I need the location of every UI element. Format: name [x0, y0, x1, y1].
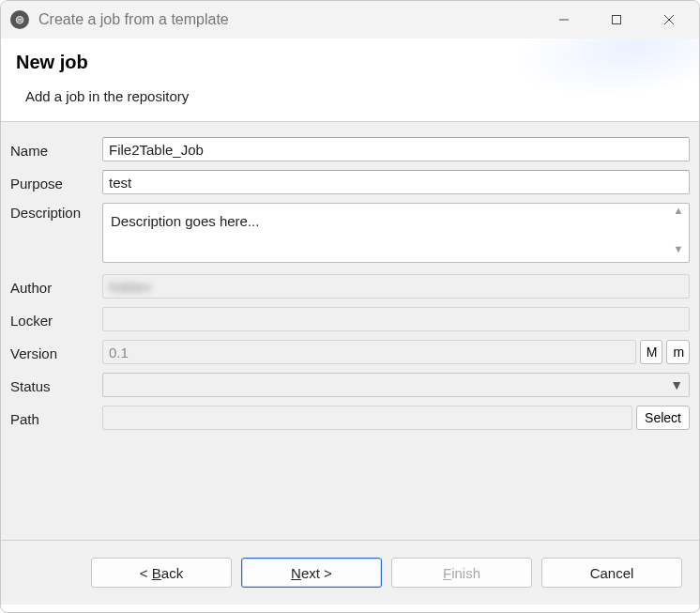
svg-rect-1 — [613, 16, 621, 24]
version-major-button[interactable]: M — [640, 340, 663, 364]
page-subtitle: Add a job in the repository — [16, 88, 684, 104]
path-field — [102, 406, 632, 430]
wizard-footer: < Back Next > Finish Cancel — [1, 540, 699, 605]
status-label: Status — [10, 376, 102, 394]
window-title: Create a job from a template — [38, 11, 543, 28]
finish-button: Finish — [391, 558, 532, 588]
status-select[interactable]: ▼ — [102, 373, 690, 397]
purpose-input[interactable] — [102, 170, 690, 194]
page-title: New job — [16, 52, 684, 73]
scroll-down-icon[interactable]: ▼ — [671, 244, 686, 254]
next-label-rest: ext — [301, 565, 320, 581]
back-label-rest: ack — [161, 565, 183, 581]
path-select-button[interactable]: Select — [636, 406, 690, 430]
wizard-header: New job Add a job in the repository — [1, 38, 699, 122]
version-minor-button[interactable]: m — [666, 340, 690, 364]
author-label: Author — [10, 278, 102, 296]
window-controls — [543, 6, 690, 34]
description-label: Description — [10, 203, 102, 221]
locker-field — [102, 307, 690, 331]
name-label: Name — [10, 141, 102, 159]
finish-label-rest: inish — [451, 565, 480, 581]
purpose-label: Purpose — [10, 174, 102, 192]
chevron-down-icon: ▼ — [670, 377, 683, 392]
name-input[interactable] — [102, 137, 690, 161]
version-label: Version — [10, 344, 102, 361]
locker-label: Locker — [10, 311, 102, 329]
minimize-button[interactable] — [543, 6, 585, 34]
next-button[interactable]: Next > — [241, 558, 382, 588]
scroll-up-icon[interactable]: ▲ — [671, 206, 686, 216]
app-icon: ⊜ — [10, 10, 29, 29]
cancel-button[interactable]: Cancel — [541, 558, 682, 588]
author-field: hidden — [102, 274, 690, 299]
description-scroll: ▲ ▼ — [671, 206, 686, 254]
close-button[interactable] — [648, 6, 690, 34]
back-button[interactable]: < Back — [91, 558, 232, 588]
maximize-button[interactable] — [596, 6, 637, 34]
path-label: Path — [10, 409, 102, 427]
titlebar: ⊜ Create a job from a template — [1, 1, 699, 38]
version-field — [102, 340, 636, 364]
form-area: Name Purpose Description Description goe… — [1, 122, 699, 540]
description-input[interactable]: Description goes here... — [102, 203, 690, 263]
